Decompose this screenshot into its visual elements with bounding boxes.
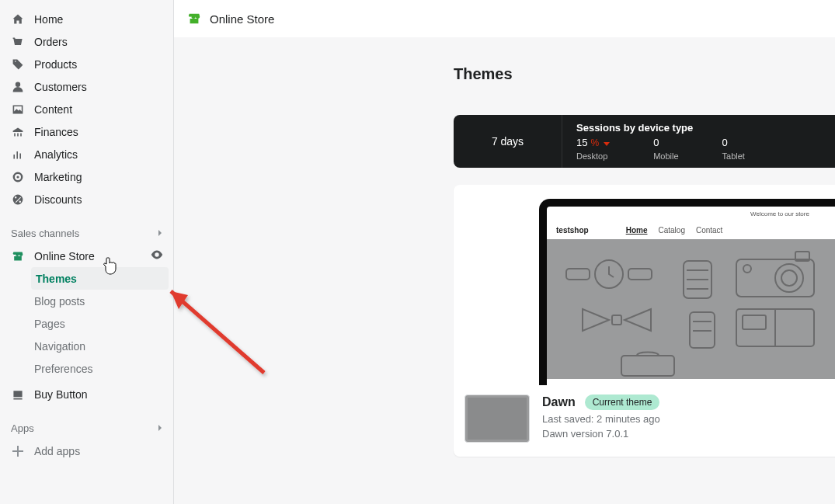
person-icon (11, 81, 25, 93)
subnav-themes-label: Themes (36, 273, 77, 285)
nav-finances-label: Finances (34, 126, 78, 138)
svg-rect-12 (612, 315, 621, 325)
svg-point-11 (743, 265, 751, 273)
stat-mobile-label: Mobile (653, 151, 678, 161)
theme-text: Dawn Current theme Last saved: 2 minutes… (542, 395, 660, 443)
section-sales-label: Sales channels (11, 228, 79, 239)
nav-customers-label: Customers (34, 81, 87, 93)
store-icon (11, 250, 25, 262)
preview-nav: testshop Home Catalog Contact (547, 221, 835, 239)
theme-meta: Dawn Current theme Last saved: 2 minutes… (454, 385, 835, 447)
svg-rect-1 (566, 269, 590, 280)
hero-wallet-icon (733, 304, 819, 351)
subnav-preferences[interactable]: Preferences (22, 357, 173, 380)
subnav-navigation[interactable]: Navigation (22, 335, 173, 357)
stat-tablet-label: Tablet (722, 151, 745, 161)
hero-camera-icon (733, 247, 819, 301)
subnav-blog-posts-label: Blog posts (34, 295, 85, 308)
topbar-title: Online Store (210, 12, 274, 26)
stat-tablet-value: 0 (722, 137, 745, 148)
hero-watch-icon (562, 255, 656, 294)
nav-marketing-label: Marketing (34, 171, 82, 183)
tag-icon (11, 58, 25, 71)
stats-sessions-title: Sessions by device type (576, 122, 835, 134)
topbar: Online Store (174, 0, 835, 37)
stat-desktop-label: Desktop (576, 151, 610, 161)
nav-customers[interactable]: Customers (0, 75, 173, 98)
preview-brand: testshop (556, 226, 589, 235)
hero-bowtie-icon (578, 304, 656, 335)
online-store-subnav: Themes Blog posts Pages Navigation Prefe… (0, 267, 173, 380)
page-title: Themes (454, 65, 835, 83)
current-theme-badge: Current theme (585, 395, 660, 410)
section-sales-channels: Sales channels (0, 221, 173, 245)
hero-bag-icon (617, 348, 679, 379)
bank-icon (11, 126, 25, 138)
subnav-pages-label: Pages (34, 318, 65, 330)
nav-finances[interactable]: Finances (0, 120, 173, 143)
nav-online-store-label: Online Store (34, 250, 95, 262)
stat-mobile: 0 Mobile (653, 137, 678, 161)
nav-buy-button-label: Buy Button (34, 388, 88, 401)
stat-desktop-value: 15% (576, 137, 610, 148)
theme-thumbnail[interactable] (464, 395, 530, 443)
nav-products-label: Products (34, 58, 77, 71)
preview-link-home: Home (626, 226, 648, 235)
orders-icon (11, 36, 25, 48)
content: Themes 7 days Sessions by device type 15… (174, 37, 835, 504)
svg-rect-19 (621, 356, 674, 376)
theme-name: Dawn (542, 395, 576, 409)
nav-analytics-label: Analytics (34, 148, 78, 161)
theme-card: Welcome to our store testshop Home Catal… (454, 185, 835, 457)
nav-content[interactable]: Content (0, 98, 173, 120)
nav-marketing[interactable]: Marketing (0, 165, 173, 188)
stat-desktop: 15% Desktop (576, 137, 610, 161)
nav-products[interactable]: Products (0, 53, 173, 75)
stats-range-label: 7 days (492, 135, 524, 148)
home-icon (11, 13, 25, 26)
image-icon (11, 103, 25, 116)
nav-discounts[interactable]: Discounts (0, 188, 173, 210)
subnav-pages[interactable]: Pages (22, 312, 173, 335)
nav-orders-label: Orders (34, 36, 68, 48)
subnav-preferences-label: Preferences (34, 363, 92, 375)
nav-online-store[interactable]: Online Store (0, 245, 173, 267)
theme-version: Dawn version 7.0.1 (542, 428, 660, 440)
svg-rect-2 (628, 269, 652, 280)
stats-range[interactable]: 7 days (454, 115, 562, 168)
subnav-themes[interactable]: Themes (31, 267, 169, 290)
svg-rect-18 (743, 315, 766, 329)
section-apps: Apps (0, 416, 173, 440)
stats-strip: 7 days Sessions by device type 15% Deskt… (454, 115, 835, 168)
theme-last-saved: Last saved: 2 minutes ago (542, 413, 660, 425)
theme-preview-frame: Welcome to our store testshop Home Catal… (539, 199, 835, 385)
svg-point-9 (781, 270, 797, 286)
nav-buy-button[interactable]: Buy Button (0, 383, 173, 405)
bars-icon (11, 148, 25, 161)
preview-announcement: Welcome to our store (547, 207, 835, 221)
main: Online Store Themes 7 days Sessions by d… (174, 0, 835, 504)
subnav-blog-posts[interactable]: Blog posts (22, 290, 173, 312)
nav-orders[interactable]: Orders (0, 30, 173, 53)
theme-preview-screen: Welcome to our store testshop Home Catal… (547, 207, 835, 385)
stat-mobile-value: 0 (653, 137, 678, 148)
nav-add-apps[interactable]: Add apps (0, 440, 173, 462)
nav-home[interactable]: Home (0, 8, 173, 30)
chevron-right-icon[interactable] (156, 228, 164, 239)
stat-tablet: 0 Tablet (722, 137, 745, 161)
percent-icon (11, 193, 25, 206)
nav-content-label: Content (34, 103, 72, 116)
preview-hero (547, 239, 835, 379)
plus-icon (11, 446, 25, 457)
hero-lens-icon (679, 256, 716, 303)
hero-lens2-icon (687, 309, 718, 352)
preview-link-catalog: Catalog (658, 226, 684, 235)
subnav-navigation-label: Navigation (34, 340, 85, 353)
stats-sessions: Sessions by device type 15% Desktop 0 Mo… (562, 115, 835, 168)
nav-analytics[interactable]: Analytics (0, 143, 173, 165)
chevron-right-icon[interactable] (156, 422, 164, 434)
sidebar: Home Orders Products Customers Content (0, 0, 174, 504)
preview-link-contact: Contact (696, 226, 722, 235)
eye-icon[interactable] (150, 248, 164, 264)
target-icon (11, 171, 25, 183)
